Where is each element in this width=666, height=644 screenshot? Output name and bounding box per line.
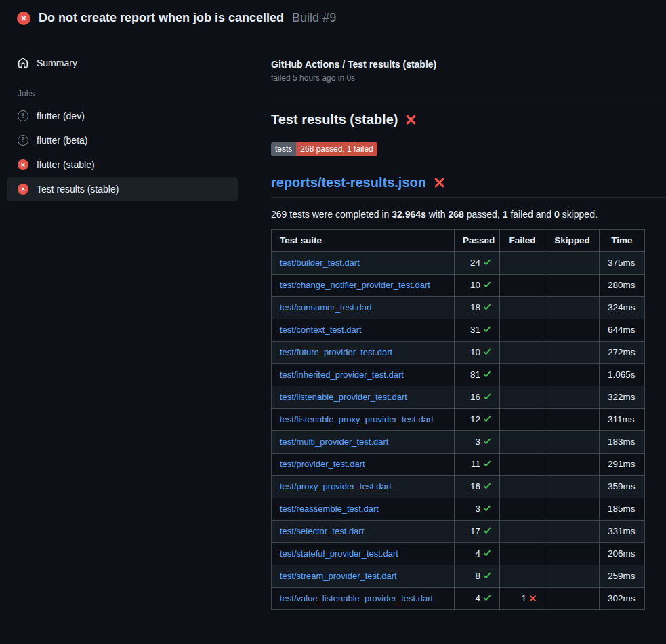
skipped-cell: [545, 297, 600, 319]
col-header-passed: Passed: [455, 230, 500, 252]
sidebar-item-summary[interactable]: Summary: [7, 51, 238, 75]
col-header-failed: Failed: [500, 230, 545, 252]
sidebar-job-item[interactable]: Test results (stable): [7, 177, 238, 201]
time-cell: 206ms: [600, 543, 645, 565]
skipped-cell: [545, 543, 600, 565]
passed-cell: 3: [455, 498, 500, 521]
table-row: test/consumer_test.dart 18 324ms: [272, 297, 645, 319]
jobs-section-label: Jobs: [7, 75, 271, 104]
table-row: test/listenable_proxy_provider_test.dart…: [272, 409, 645, 431]
suite-cell: test/listenable_provider_test.dart: [272, 386, 455, 409]
sidebar-job-item[interactable]: flutter (stable): [7, 153, 238, 177]
skipped-cell: [545, 275, 600, 297]
check-run-title-text: Test results (stable): [271, 112, 398, 127]
test-suite-link[interactable]: test/context_test.dart: [280, 325, 362, 335]
test-suite-link[interactable]: test/builder_test.dart: [280, 258, 360, 268]
passed-cell: 16: [455, 386, 500, 409]
passed-cell: 10: [455, 275, 500, 297]
passed-cell: 11: [455, 454, 500, 476]
badge-value: 268 passed, 1 failed: [296, 142, 377, 156]
failed-x-icon: [434, 177, 445, 188]
check-icon: [483, 325, 491, 334]
failed-cell: [500, 252, 545, 275]
page-layout: Summary Jobs flutter (dev) flutter (beta…: [0, 33, 666, 610]
time-cell: 644ms: [600, 319, 645, 342]
run-meta: failed 5 hours ago in 0s: [271, 73, 666, 83]
check-icon: [483, 281, 491, 289]
passed-cell: 18: [455, 297, 500, 319]
page-title: Do not create report when job is cancell…: [39, 11, 284, 25]
time-cell: 322ms: [600, 386, 645, 409]
job-list: flutter (dev) flutter (beta) flutter (st…: [7, 104, 271, 201]
table-row: test/provider_test.dart 11 291ms: [272, 454, 645, 476]
results-table: Test suite Passed Failed Skipped Time te…: [271, 229, 645, 610]
test-suite-link[interactable]: test/reassemble_test.dart: [280, 504, 379, 514]
passed-cell: 17: [455, 521, 500, 543]
table-row: test/context_test.dart 31 644ms: [272, 319, 645, 342]
skipped-cell: [545, 588, 600, 610]
summary-line: 269 tests were completed in 32.964s with…: [271, 209, 666, 220]
time-cell: 272ms: [600, 342, 645, 364]
passed-cell: 81: [455, 364, 500, 386]
test-suite-link[interactable]: test/stream_provider_test.dart: [280, 571, 397, 581]
test-suite-link[interactable]: test/listenable_proxy_provider_test.dart: [280, 414, 434, 424]
job-status-icon: [18, 110, 28, 121]
test-suite-link[interactable]: test/consumer_test.dart: [280, 302, 372, 313]
skipped-cell: [545, 409, 600, 431]
job-status-icon: [18, 135, 28, 146]
x-icon: [529, 595, 537, 602]
suite-cell: test/stream_provider_test.dart: [272, 565, 455, 588]
suite-cell: test/future_provider_test.dart: [272, 342, 455, 364]
table-row: test/stream_provider_test.dart 8 259ms: [272, 565, 645, 588]
run-header: × Do not create report when job is cance…: [0, 0, 666, 33]
report-link[interactable]: reports/test-results.json: [271, 175, 426, 190]
skipped-cell: [545, 431, 600, 454]
test-suite-link[interactable]: test/value_listenable_provider_test.dart: [280, 593, 433, 603]
failed-cell: 1: [500, 588, 545, 610]
test-suite-link[interactable]: test/selector_test.dart: [280, 526, 364, 536]
failed-cell: [500, 386, 545, 409]
test-suite-link[interactable]: test/provider_test.dart: [280, 459, 365, 469]
col-header-time: Time: [600, 230, 645, 252]
test-suite-link[interactable]: test/stateful_provider_test.dart: [280, 548, 398, 559]
suite-cell: test/change_notifier_provider_test.dart: [272, 275, 455, 297]
passed-cell: 10: [455, 342, 500, 364]
table-row: test/inherited_provider_test.dart 81 1.0…: [272, 364, 645, 386]
passed-cell: 3: [455, 431, 500, 454]
check-run-title: Test results (stable): [271, 112, 666, 127]
job-label: Test results (stable): [37, 184, 119, 195]
test-suite-link[interactable]: test/change_notifier_provider_test.dart: [280, 280, 430, 290]
check-icon: [483, 549, 491, 557]
job-label: flutter (stable): [37, 159, 95, 170]
table-row: test/reassemble_test.dart 3 185ms: [272, 498, 645, 521]
results-table-head: Test suite Passed Failed Skipped Time: [272, 230, 645, 252]
sidebar-job-item[interactable]: flutter (dev): [7, 104, 238, 128]
job-label: flutter (dev): [37, 110, 85, 121]
report-heading: reports/test-results.json: [271, 175, 666, 198]
failed-cell: [500, 498, 545, 521]
col-header-test-suite: Test suite: [272, 230, 455, 252]
check-icon: [483, 437, 491, 445]
job-label: flutter (beta): [37, 135, 87, 146]
time-cell: 302ms: [600, 588, 645, 610]
test-suite-link[interactable]: test/listenable_provider_test.dart: [280, 392, 407, 402]
test-suite-link[interactable]: test/proxy_provider_test.dart: [280, 481, 392, 491]
main-content: GitHub Actions / Test results (stable) f…: [271, 33, 666, 610]
check-icon: [483, 348, 491, 356]
table-row: test/change_notifier_provider_test.dart …: [272, 275, 645, 297]
failed-cell: [500, 319, 545, 342]
sidebar-job-item[interactable]: flutter (beta): [7, 128, 238, 153]
table-row: test/builder_test.dart 24 375ms: [272, 252, 645, 275]
suite-cell: test/stateful_provider_test.dart: [272, 543, 455, 565]
skipped-cell: [545, 386, 600, 409]
home-icon: [18, 58, 28, 68]
passed-cell: 31: [455, 319, 500, 342]
skipped-cell: [545, 319, 600, 342]
test-suite-link[interactable]: test/inherited_provider_test.dart: [280, 369, 404, 380]
suite-cell: test/reassemble_test.dart: [272, 498, 455, 521]
time-cell: 280ms: [600, 275, 645, 297]
test-suite-link[interactable]: test/future_provider_test.dart: [280, 347, 392, 357]
test-suite-link[interactable]: test/multi_provider_test.dart: [280, 437, 388, 447]
suite-cell: test/proxy_provider_test.dart: [272, 476, 455, 498]
check-icon: [483, 504, 491, 512]
